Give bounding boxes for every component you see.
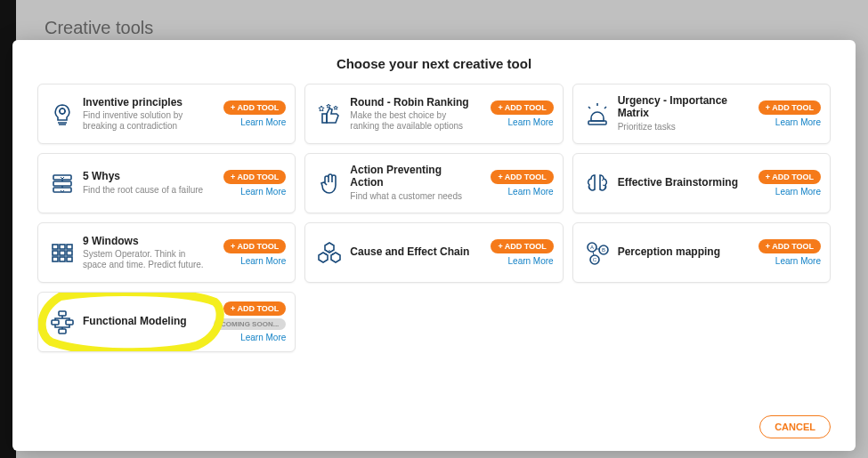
tool-card: 9 WindowsSystem Operator. Think in space… xyxy=(37,222,296,283)
tool-card-body: Perception mapping xyxy=(612,246,750,259)
learn-more-link[interactable]: Learn More xyxy=(240,117,286,127)
tool-actions: + ADD TOOLCOMING SOON...Learn More xyxy=(214,301,286,342)
tool-card-body: Effective Brainstorming xyxy=(612,177,750,189)
learn-more-link[interactable]: Learn More xyxy=(508,187,554,197)
add-tool-button[interactable]: + ADD TOOL xyxy=(758,239,821,253)
add-tool-button[interactable]: + ADD TOOL xyxy=(223,239,286,253)
add-tool-button[interactable]: + ADD TOOL xyxy=(758,170,821,184)
coming-soon-badge: COMING SOON... xyxy=(214,318,286,330)
tool-actions: + ADD TOOLLearn More xyxy=(750,239,821,266)
add-tool-button[interactable]: + ADD TOOL xyxy=(491,100,553,115)
learn-more-link[interactable]: Learn More xyxy=(775,256,821,266)
tool-actions: + ADD TOOLLearn More xyxy=(750,100,821,127)
tool-actions: + ADD TOOLLearn More xyxy=(483,100,554,127)
tool-subtitle: System Operator. Think in space and time… xyxy=(83,249,209,269)
tool-subtitle: Find inventive solution by breaking a co… xyxy=(83,110,209,131)
tool-title: 5 Whys xyxy=(83,171,209,183)
tool-title: Perception mapping xyxy=(618,246,744,259)
tool-card-body: 9 WindowsSystem Operator. Think in space… xyxy=(77,236,215,270)
tool-card: Functional Modeling+ ADD TOOLCOMING SOON… xyxy=(37,292,296,352)
tool-card: Urgency - Importance MatrixPrioritize ta… xyxy=(572,84,831,144)
learn-more-link[interactable]: Learn More xyxy=(240,256,286,266)
tool-subtitle: Make the best choice by ranking the avai… xyxy=(350,110,476,131)
tool-card-body: Cause and Effect Chain xyxy=(345,246,482,259)
add-tool-button[interactable]: + ADD TOOL xyxy=(223,301,286,316)
tool-card: Action Preventing ActionFind what a cust… xyxy=(304,153,563,213)
tool-subtitle: Find the root cause of a failure xyxy=(83,185,209,196)
tool-title: Round - Robin Ranking xyxy=(350,97,476,109)
flowchart-icon xyxy=(47,307,77,337)
siren-icon xyxy=(582,99,612,129)
cubes-icon xyxy=(314,237,345,268)
tool-card-body: Inventive principlesFind inventive solut… xyxy=(77,97,215,132)
tool-subtitle: Find what a customer needs xyxy=(350,191,476,202)
add-tool-button[interactable]: + ADD TOOL xyxy=(491,239,553,253)
tool-card: Cause and Effect Chain+ ADD TOOLLearn Mo… xyxy=(304,222,563,283)
learn-more-link[interactable]: Learn More xyxy=(775,187,821,197)
layers-icon xyxy=(47,168,77,198)
tool-card: Perception mapping+ ADD TOOLLearn More xyxy=(572,222,831,283)
abc-nodes-icon xyxy=(582,237,612,268)
tool-card: Inventive principlesFind inventive solut… xyxy=(37,84,296,144)
tool-subtitle: Prioritize tasks xyxy=(618,122,744,133)
tool-actions: + ADD TOOLLearn More xyxy=(483,239,554,266)
tool-title: Effective Brainstorming xyxy=(618,177,744,189)
tool-card: Effective Brainstorming+ ADD TOOLLearn M… xyxy=(572,153,831,213)
add-tool-button[interactable]: + ADD TOOL xyxy=(758,100,821,115)
tool-card-body: Round - Robin RankingMake the best choic… xyxy=(345,97,482,132)
tool-card-body: Urgency - Importance MatrixPrioritize ta… xyxy=(612,95,750,132)
learn-more-link[interactable]: Learn More xyxy=(508,256,554,266)
tool-actions: + ADD TOOLLearn More xyxy=(215,170,286,197)
tool-card-body: Functional Modeling xyxy=(77,316,214,328)
learn-more-link[interactable]: Learn More xyxy=(240,187,286,197)
tool-title: Functional Modeling xyxy=(83,316,208,328)
tool-title: Inventive principles xyxy=(83,97,209,109)
choose-tool-modal: Choose your next creative tool Inventive… xyxy=(12,40,856,451)
tool-actions: + ADD TOOLLearn More xyxy=(215,100,286,127)
add-tool-button[interactable]: + ADD TOOL xyxy=(223,170,286,184)
lightbulb-gear-icon xyxy=(47,99,77,129)
grid3x3-icon xyxy=(47,237,77,268)
modal-footer: CANCEL xyxy=(759,415,831,438)
tool-title: Cause and Effect Chain xyxy=(350,246,476,259)
tool-card-body: 5 WhysFind the root cause of a failure xyxy=(77,171,215,195)
tool-actions: + ADD TOOLLearn More xyxy=(483,170,554,197)
tool-actions: + ADD TOOLLearn More xyxy=(750,170,821,197)
learn-more-link[interactable]: Learn More xyxy=(240,333,286,342)
hand-stop-icon xyxy=(314,168,345,198)
add-tool-button[interactable]: + ADD TOOL xyxy=(223,100,286,115)
tool-title: Action Preventing Action xyxy=(350,165,476,189)
tool-title: 9 Windows xyxy=(83,236,209,248)
tool-card: Round - Robin RankingMake the best choic… xyxy=(304,84,563,144)
tool-actions: + ADD TOOLLearn More xyxy=(215,239,286,266)
add-tool-button[interactable]: + ADD TOOL xyxy=(491,170,553,184)
brain-icon xyxy=(582,168,612,198)
tool-card-body: Action Preventing ActionFind what a cust… xyxy=(345,165,482,201)
tool-card: 5 WhysFind the root cause of a failure+ … xyxy=(37,153,296,213)
cancel-button[interactable]: CANCEL xyxy=(759,415,831,438)
thumbs-up-stars-icon xyxy=(314,99,345,129)
learn-more-link[interactable]: Learn More xyxy=(508,117,554,127)
modal-title: Choose your next creative tool xyxy=(37,56,831,71)
tool-title: Urgency - Importance Matrix xyxy=(618,95,744,120)
learn-more-link[interactable]: Learn More xyxy=(775,117,821,127)
tools-grid: Inventive principlesFind inventive solut… xyxy=(37,84,831,352)
